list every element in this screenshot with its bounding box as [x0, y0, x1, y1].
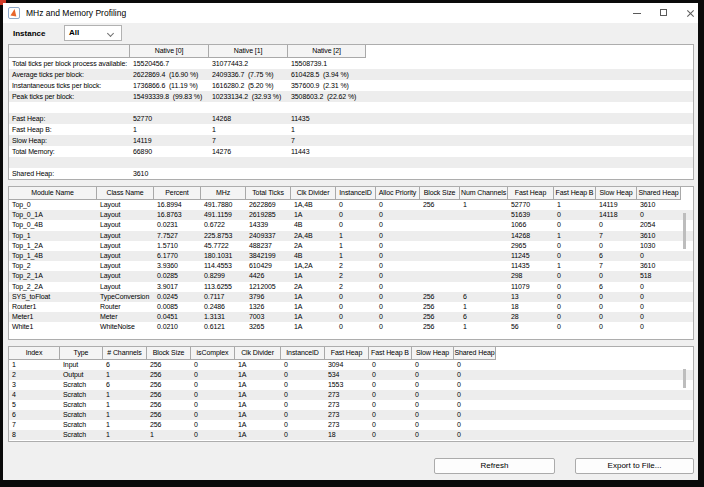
window-title: MHz and Memory Profiling [26, 3, 126, 23]
cell: 6.1770 [154, 251, 201, 261]
column-header[interactable]: Native [1] [209, 45, 288, 58]
column-header[interactable]: Type [60, 347, 103, 360]
table-row[interactable]: Top_1Layout7.7527225.875324093372A,4B101… [9, 231, 693, 241]
column-header[interactable]: Clk Divider [291, 187, 336, 200]
table-row[interactable]: Peak ticks per block:15493339.8 (99.83 %… [9, 91, 693, 102]
table-row[interactable]: 3Scratch625601A01553000 [9, 380, 693, 390]
table-row[interactable]: Shared Heap:3610 [9, 168, 693, 179]
cell: 1A [235, 430, 281, 440]
table-row[interactable]: Meter1Meter0.04511.313170031A00256628000 [9, 312, 693, 322]
cell: 0 [376, 220, 420, 230]
cell: 113.6255 [201, 282, 246, 292]
table-row[interactable]: 8Scratch1101A018000 [9, 430, 693, 440]
cell: 0 [454, 360, 496, 370]
column-header[interactable]: Num Channels [460, 187, 508, 200]
column-header[interactable]: Block Size [147, 347, 191, 360]
table-row[interactable]: 4Scratch125601A0273000 [9, 390, 693, 400]
cell: 18 [508, 302, 554, 312]
cell: 0 [281, 410, 325, 420]
column-header[interactable]: InstanceID [336, 187, 376, 200]
cell: 2054 [637, 220, 681, 230]
table-row[interactable]: Top_0_1ALayout16.8763491.115926192851A00… [9, 210, 693, 220]
column-header[interactable]: MHz [201, 187, 246, 200]
cell [130, 102, 209, 113]
table-row[interactable]: Top_1_4BLayout6.1770180.103138421994B101… [9, 251, 693, 261]
cell: 1 [336, 231, 376, 241]
cell: 0 [412, 420, 454, 430]
table-row[interactable]: Instantaneous ticks per block:1736866.6 … [9, 80, 693, 91]
column-header[interactable]: Clk Divider [235, 347, 281, 360]
column-header[interactable]: Shared Heap [637, 187, 681, 200]
table-row[interactable]: Total Memory:668901427611443 [9, 146, 693, 157]
refresh-button[interactable]: Refresh [434, 458, 555, 474]
maximize-button[interactable] [651, 3, 677, 23]
column-header[interactable]: Fast Heap B [554, 187, 596, 200]
table-row[interactable]: Slow Heap:1411977 [9, 135, 693, 146]
cell: 7 [596, 261, 637, 271]
cell: 0 [369, 360, 412, 370]
cell: 0 [554, 251, 596, 261]
table-row[interactable]: 1Input625601A03094000 [9, 360, 693, 370]
table-row[interactable]: Top_2_1ALayout0.02850.829944261A20298005… [9, 271, 693, 281]
cell: 0 [412, 390, 454, 400]
table-row[interactable]: SYS_toFloatTypeConversion0.02450.7117379… [9, 292, 693, 302]
column-header[interactable]: Slow Heap [596, 187, 637, 200]
column-header[interactable]: Shared Heap [454, 347, 496, 360]
cell: 2622869.4 (16.90 %) [130, 69, 209, 80]
cell: 1066 [508, 220, 554, 230]
column-header[interactable]: InstanceID [281, 347, 325, 360]
cell: 7 [288, 135, 366, 146]
vertical-scrollbar-thumb[interactable] [683, 213, 686, 249]
table-row[interactable]: Router1Router0.00850.248613261A002561180… [9, 302, 693, 312]
cell: 11435 [508, 261, 554, 271]
column-header[interactable]: Class Name [97, 187, 154, 200]
instance-dropdown[interactable]: All [64, 25, 122, 41]
table-row[interactable]: 6Scratch125601A0273000 [9, 410, 693, 420]
close-button[interactable] [677, 3, 698, 23]
column-header[interactable]: Fast Heap [508, 187, 554, 200]
export-to-file-button[interactable]: Export to File... [575, 458, 694, 474]
cell: 0 [369, 390, 412, 400]
table-row[interactable]: Fast Heap:527701426811435 [9, 113, 693, 124]
column-header[interactable]: Native [2] [288, 45, 366, 58]
column-header[interactable]: Module Name [9, 187, 97, 200]
column-header[interactable]: Fast Heap [325, 347, 369, 360]
table-row[interactable]: White1WhiteNoise0.02100.612132651A002561… [9, 322, 693, 332]
cell: 1 [103, 430, 147, 440]
cell: 0.2486 [201, 302, 246, 312]
table-row[interactable]: 7Scratch125601A0273000 [9, 420, 693, 430]
minimize-button[interactable] [624, 3, 650, 23]
column-header[interactable]: Index [9, 347, 60, 360]
table-row[interactable]: Fast Heap B:111 [9, 124, 693, 135]
table-row[interactable]: Top_1_2ALayout1.571045.77224882372A10296… [9, 241, 693, 251]
cell: 0 [554, 302, 596, 312]
vertical-scrollbar-thumb[interactable] [683, 369, 686, 388]
table-row[interactable]: Top_0Layout16.8994491.788026228691A,4B00… [9, 200, 693, 210]
column-header[interactable]: Slow Heap [412, 347, 454, 360]
cell: Total ticks per block process available: [9, 58, 130, 69]
table-row[interactable] [9, 157, 693, 168]
column-header[interactable]: Total Ticks [246, 187, 291, 200]
table-row[interactable]: Average ticks per block:2622869.4 (16.90… [9, 69, 693, 80]
cell: 3610 [637, 261, 681, 271]
table-row[interactable]: Top_0_4BLayout0.02310.6722143394B0010660… [9, 220, 693, 230]
column-header[interactable]: Native [0] [130, 45, 209, 58]
table-row[interactable]: Total ticks per block process available:… [9, 58, 693, 69]
column-header[interactable]: isComplex [191, 347, 235, 360]
table-row[interactable]: 5Scratch125601A0273000 [9, 400, 693, 410]
column-header[interactable]: # Channels [103, 347, 147, 360]
cell: Scratch [60, 430, 103, 440]
column-header[interactable]: Percent [154, 187, 201, 200]
cell [420, 271, 460, 281]
cell: 0 [281, 390, 325, 400]
cell: Total Memory: [9, 146, 130, 157]
table-row[interactable]: Top_2_2ALayout3.9017113.625512120052A201… [9, 282, 693, 292]
cell: Top_0_1A [9, 210, 97, 220]
table-row[interactable] [9, 102, 693, 113]
column-header[interactable] [9, 45, 130, 58]
table-row[interactable]: 2Output125601A0534000 [9, 370, 693, 380]
table-row[interactable]: Top_2Layout3.9360114.45536104291A,2A2011… [9, 261, 693, 271]
column-header[interactable]: Block Size [420, 187, 460, 200]
column-header[interactable]: Fast Heap B [369, 347, 412, 360]
column-header[interactable]: Alloc Priority [376, 187, 420, 200]
